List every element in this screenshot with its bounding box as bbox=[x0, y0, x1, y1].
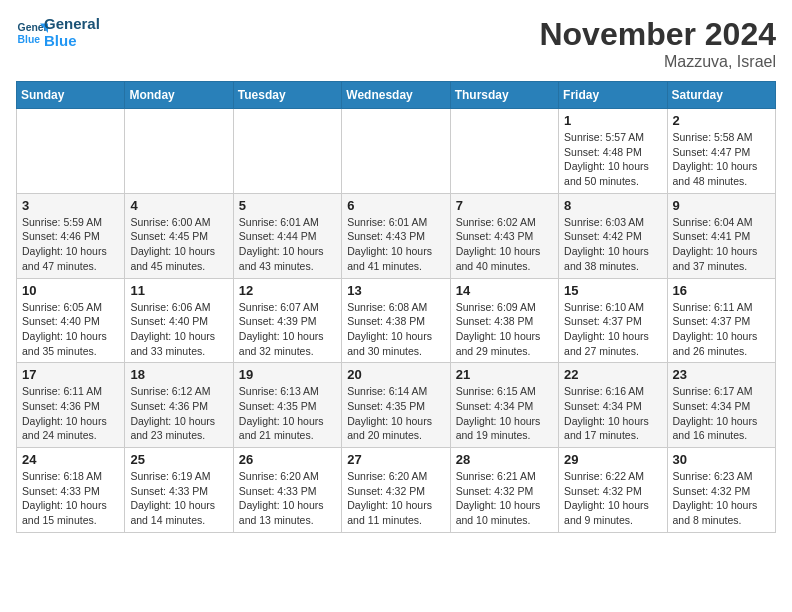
day-info: Sunrise: 6:01 AM Sunset: 4:43 PM Dayligh… bbox=[347, 215, 444, 274]
calendar-cell: 7Sunrise: 6:02 AM Sunset: 4:43 PM Daylig… bbox=[450, 193, 558, 278]
calendar-cell: 12Sunrise: 6:07 AM Sunset: 4:39 PM Dayli… bbox=[233, 278, 341, 363]
weekday-header: Wednesday bbox=[342, 82, 450, 109]
weekday-header-row: SundayMondayTuesdayWednesdayThursdayFrid… bbox=[17, 82, 776, 109]
day-info: Sunrise: 6:13 AM Sunset: 4:35 PM Dayligh… bbox=[239, 384, 336, 443]
day-info: Sunrise: 6:10 AM Sunset: 4:37 PM Dayligh… bbox=[564, 300, 661, 359]
calendar-cell bbox=[342, 109, 450, 194]
calendar-cell: 4Sunrise: 6:00 AM Sunset: 4:45 PM Daylig… bbox=[125, 193, 233, 278]
day-info: Sunrise: 5:59 AM Sunset: 4:46 PM Dayligh… bbox=[22, 215, 119, 274]
day-info: Sunrise: 5:57 AM Sunset: 4:48 PM Dayligh… bbox=[564, 130, 661, 189]
month-title: November 2024 bbox=[539, 16, 776, 53]
day-number: 29 bbox=[564, 452, 661, 467]
day-info: Sunrise: 6:18 AM Sunset: 4:33 PM Dayligh… bbox=[22, 469, 119, 528]
day-number: 27 bbox=[347, 452, 444, 467]
calendar-cell: 10Sunrise: 6:05 AM Sunset: 4:40 PM Dayli… bbox=[17, 278, 125, 363]
calendar-cell: 22Sunrise: 6:16 AM Sunset: 4:34 PM Dayli… bbox=[559, 363, 667, 448]
day-info: Sunrise: 5:58 AM Sunset: 4:47 PM Dayligh… bbox=[673, 130, 770, 189]
day-number: 16 bbox=[673, 283, 770, 298]
title-section: November 2024 Mazzuva, Israel bbox=[539, 16, 776, 71]
day-number: 30 bbox=[673, 452, 770, 467]
calendar-cell: 17Sunrise: 6:11 AM Sunset: 4:36 PM Dayli… bbox=[17, 363, 125, 448]
day-number: 28 bbox=[456, 452, 553, 467]
calendar-cell: 11Sunrise: 6:06 AM Sunset: 4:40 PM Dayli… bbox=[125, 278, 233, 363]
calendar-cell bbox=[125, 109, 233, 194]
logo-blue: Blue bbox=[44, 33, 100, 50]
location: Mazzuva, Israel bbox=[539, 53, 776, 71]
logo: General Blue General Blue bbox=[16, 16, 100, 49]
day-number: 1 bbox=[564, 113, 661, 128]
day-number: 5 bbox=[239, 198, 336, 213]
day-number: 10 bbox=[22, 283, 119, 298]
calendar-week-row: 1Sunrise: 5:57 AM Sunset: 4:48 PM Daylig… bbox=[17, 109, 776, 194]
day-info: Sunrise: 6:03 AM Sunset: 4:42 PM Dayligh… bbox=[564, 215, 661, 274]
calendar-cell: 25Sunrise: 6:19 AM Sunset: 4:33 PM Dayli… bbox=[125, 448, 233, 533]
day-number: 7 bbox=[456, 198, 553, 213]
day-info: Sunrise: 6:17 AM Sunset: 4:34 PM Dayligh… bbox=[673, 384, 770, 443]
calendar-week-row: 17Sunrise: 6:11 AM Sunset: 4:36 PM Dayli… bbox=[17, 363, 776, 448]
weekday-header: Monday bbox=[125, 82, 233, 109]
day-number: 9 bbox=[673, 198, 770, 213]
svg-text:Blue: Blue bbox=[18, 33, 41, 44]
day-info: Sunrise: 6:11 AM Sunset: 4:36 PM Dayligh… bbox=[22, 384, 119, 443]
day-info: Sunrise: 6:16 AM Sunset: 4:34 PM Dayligh… bbox=[564, 384, 661, 443]
day-number: 8 bbox=[564, 198, 661, 213]
day-number: 23 bbox=[673, 367, 770, 382]
calendar-cell: 14Sunrise: 6:09 AM Sunset: 4:38 PM Dayli… bbox=[450, 278, 558, 363]
calendar-cell: 3Sunrise: 5:59 AM Sunset: 4:46 PM Daylig… bbox=[17, 193, 125, 278]
day-info: Sunrise: 6:00 AM Sunset: 4:45 PM Dayligh… bbox=[130, 215, 227, 274]
day-info: Sunrise: 6:21 AM Sunset: 4:32 PM Dayligh… bbox=[456, 469, 553, 528]
calendar-cell: 13Sunrise: 6:08 AM Sunset: 4:38 PM Dayli… bbox=[342, 278, 450, 363]
calendar-cell: 24Sunrise: 6:18 AM Sunset: 4:33 PM Dayli… bbox=[17, 448, 125, 533]
day-info: Sunrise: 6:07 AM Sunset: 4:39 PM Dayligh… bbox=[239, 300, 336, 359]
day-number: 17 bbox=[22, 367, 119, 382]
weekday-header: Sunday bbox=[17, 82, 125, 109]
calendar-cell: 9Sunrise: 6:04 AM Sunset: 4:41 PM Daylig… bbox=[667, 193, 775, 278]
day-info: Sunrise: 6:23 AM Sunset: 4:32 PM Dayligh… bbox=[673, 469, 770, 528]
day-number: 12 bbox=[239, 283, 336, 298]
page-header: General Blue General Blue November 2024 … bbox=[16, 16, 776, 71]
day-number: 14 bbox=[456, 283, 553, 298]
calendar-cell: 29Sunrise: 6:22 AM Sunset: 4:32 PM Dayli… bbox=[559, 448, 667, 533]
day-info: Sunrise: 6:02 AM Sunset: 4:43 PM Dayligh… bbox=[456, 215, 553, 274]
day-number: 22 bbox=[564, 367, 661, 382]
day-info: Sunrise: 6:15 AM Sunset: 4:34 PM Dayligh… bbox=[456, 384, 553, 443]
day-info: Sunrise: 6:01 AM Sunset: 4:44 PM Dayligh… bbox=[239, 215, 336, 274]
day-number: 4 bbox=[130, 198, 227, 213]
weekday-header: Thursday bbox=[450, 82, 558, 109]
calendar-cell: 1Sunrise: 5:57 AM Sunset: 4:48 PM Daylig… bbox=[559, 109, 667, 194]
day-number: 25 bbox=[130, 452, 227, 467]
day-info: Sunrise: 6:22 AM Sunset: 4:32 PM Dayligh… bbox=[564, 469, 661, 528]
calendar-cell: 16Sunrise: 6:11 AM Sunset: 4:37 PM Dayli… bbox=[667, 278, 775, 363]
day-info: Sunrise: 6:11 AM Sunset: 4:37 PM Dayligh… bbox=[673, 300, 770, 359]
calendar-cell: 8Sunrise: 6:03 AM Sunset: 4:42 PM Daylig… bbox=[559, 193, 667, 278]
calendar-cell: 19Sunrise: 6:13 AM Sunset: 4:35 PM Dayli… bbox=[233, 363, 341, 448]
day-info: Sunrise: 6:12 AM Sunset: 4:36 PM Dayligh… bbox=[130, 384, 227, 443]
day-number: 18 bbox=[130, 367, 227, 382]
day-number: 13 bbox=[347, 283, 444, 298]
calendar-week-row: 3Sunrise: 5:59 AM Sunset: 4:46 PM Daylig… bbox=[17, 193, 776, 278]
calendar-cell: 20Sunrise: 6:14 AM Sunset: 4:35 PM Dayli… bbox=[342, 363, 450, 448]
calendar-week-row: 10Sunrise: 6:05 AM Sunset: 4:40 PM Dayli… bbox=[17, 278, 776, 363]
day-number: 11 bbox=[130, 283, 227, 298]
weekday-header: Saturday bbox=[667, 82, 775, 109]
day-number: 26 bbox=[239, 452, 336, 467]
day-number: 20 bbox=[347, 367, 444, 382]
day-info: Sunrise: 6:19 AM Sunset: 4:33 PM Dayligh… bbox=[130, 469, 227, 528]
day-info: Sunrise: 6:14 AM Sunset: 4:35 PM Dayligh… bbox=[347, 384, 444, 443]
day-number: 24 bbox=[22, 452, 119, 467]
day-number: 2 bbox=[673, 113, 770, 128]
calendar-cell bbox=[233, 109, 341, 194]
weekday-header: Friday bbox=[559, 82, 667, 109]
day-number: 6 bbox=[347, 198, 444, 213]
logo-general: General bbox=[44, 16, 100, 33]
calendar-cell: 15Sunrise: 6:10 AM Sunset: 4:37 PM Dayli… bbox=[559, 278, 667, 363]
calendar-cell bbox=[450, 109, 558, 194]
day-number: 15 bbox=[564, 283, 661, 298]
day-info: Sunrise: 6:09 AM Sunset: 4:38 PM Dayligh… bbox=[456, 300, 553, 359]
day-info: Sunrise: 6:06 AM Sunset: 4:40 PM Dayligh… bbox=[130, 300, 227, 359]
day-info: Sunrise: 6:20 AM Sunset: 4:32 PM Dayligh… bbox=[347, 469, 444, 528]
calendar-cell bbox=[17, 109, 125, 194]
day-number: 21 bbox=[456, 367, 553, 382]
calendar-cell: 27Sunrise: 6:20 AM Sunset: 4:32 PM Dayli… bbox=[342, 448, 450, 533]
day-number: 3 bbox=[22, 198, 119, 213]
